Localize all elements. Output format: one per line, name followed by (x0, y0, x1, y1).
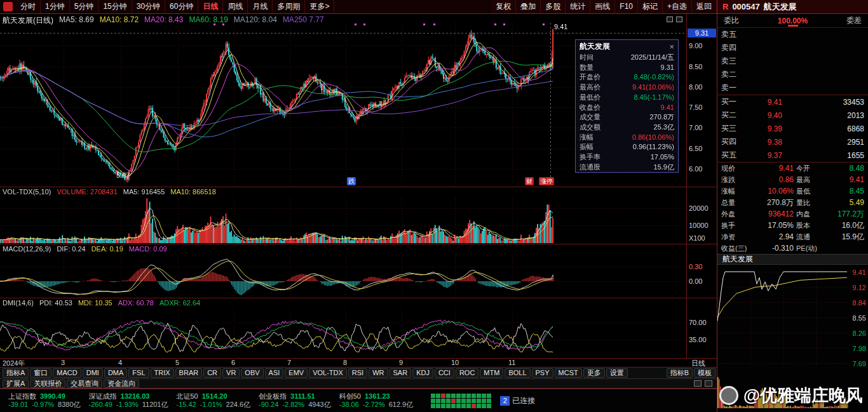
volume-axis: 2000010000X100 (686, 187, 717, 244)
index-block[interactable]: 科创501361.23-38.06-2.72%612.9亿 (339, 392, 414, 409)
bid-label: 买五 (721, 150, 743, 161)
index-change: -15.42 (177, 401, 196, 408)
popup-row-label: 振幅 (580, 142, 593, 152)
axis-macd-label: 0.30 (689, 263, 702, 270)
indicator-tab[interactable]: 指标B (667, 368, 693, 378)
date-label: 7 (287, 359, 291, 366)
function-tab[interactable]: 资金流向 (104, 380, 139, 388)
detail-label: 今开 (796, 164, 823, 173)
macd-panel[interactable]: MACD(12,26,9)DIF: 0.24DEA: 0.19MACD: 0.0… (0, 244, 717, 298)
indicator-tab[interactable]: OBV (241, 368, 263, 378)
bid-row[interactable]: 买四9.382951 (717, 135, 868, 149)
menu-item[interactable]: 15分钟 (98, 0, 132, 13)
indicator-tab[interactable]: EMV (285, 368, 308, 378)
indicator-tab[interactable]: VOL-TDX (309, 368, 347, 378)
doc-layout-icon[interactable] (705, 380, 712, 387)
bid-row[interactable]: 买五9.371655 (717, 149, 868, 162)
menu-item[interactable]: 5分钟 (70, 0, 99, 13)
ask-row[interactable]: 卖三 (717, 55, 868, 68)
indicator-tab[interactable]: FSL (128, 368, 149, 378)
menu-item[interactable]: 叠加 (516, 0, 541, 13)
ask-row[interactable]: 卖四 (717, 41, 868, 55)
menu-item[interactable]: 日线 (198, 0, 223, 13)
indicator-tab[interactable]: DMA (104, 368, 127, 378)
connection-count-badge[interactable]: 2 (500, 396, 510, 406)
menu-item[interactable]: 返回 (692, 0, 717, 13)
menu-item[interactable]: 复权 (491, 0, 516, 13)
event-marker[interactable]: 财 (525, 177, 534, 185)
screenshot-icon[interactable] (667, 17, 673, 22)
menu-item[interactable]: 月线 (248, 0, 273, 13)
ask-label: 卖四 (721, 43, 743, 53)
bid-row[interactable]: 买三9.396868 (717, 122, 868, 135)
indicator-tab[interactable]: 设置 (606, 368, 628, 378)
function-tab[interactable]: 关联报价 (30, 380, 65, 388)
indicator-tab[interactable]: SAR (390, 368, 412, 378)
app-logo-icon[interactable] (3, 2, 13, 11)
event-marker[interactable]: 涨停 (539, 177, 554, 185)
ask-label: 卖三 (721, 56, 743, 67)
indicator-tab[interactable]: ROC (456, 368, 478, 378)
menu-item[interactable]: 60分钟 (165, 0, 198, 13)
menu-item[interactable]: 更多> (305, 0, 334, 13)
main-chart-panel[interactable]: 航天发展(日线) MA5: 8.69MA10: 8.72MA20: 8.43MA… (0, 14, 717, 187)
menu-item[interactable]: 标记 (638, 0, 663, 13)
layout-grid-icon[interactable] (694, 380, 702, 387)
ask-row[interactable]: 卖五 (717, 28, 868, 41)
event-marker[interactable]: 跌 (347, 177, 356, 185)
indicator-tab[interactable]: PSY (532, 368, 553, 378)
menu-item[interactable]: 画线 (590, 0, 615, 13)
indicator-tab[interactable]: BOLL (505, 368, 530, 378)
indicator-tab[interactable]: KDJ (412, 368, 433, 378)
menu-item[interactable]: F10 (615, 0, 638, 13)
menu-item[interactable]: 统计 (566, 0, 590, 13)
menu-item[interactable]: 多股 (541, 0, 566, 13)
indicator-tab[interactable]: CCI (435, 368, 454, 378)
index-block[interactable]: 深证成指13216.03-260.49-1.93%11201亿 (89, 392, 168, 409)
heat-cell (446, 399, 451, 403)
indicator-tab[interactable]: 更多 (583, 368, 605, 378)
indicator-tab[interactable]: DMI (83, 368, 103, 378)
bid-label: 买二 (721, 110, 743, 121)
indicator-tab[interactable]: BRAR (175, 368, 203, 378)
indicator-tab[interactable]: VR (222, 368, 240, 378)
ask-row[interactable]: 卖一 (717, 81, 868, 95)
index-block[interactable]: 创业板指3111.51-90.24-2.82%4943亿 (259, 392, 331, 409)
function-tab[interactable]: 交易查询 (67, 380, 102, 388)
volume-canvas[interactable] (0, 187, 686, 244)
indicator-tab[interactable]: 窗口 (30, 368, 51, 378)
menu-item[interactable]: 周线 (223, 0, 248, 13)
bid-row[interactable]: 买二9.402013 (717, 109, 868, 122)
indicator-label: MA10: 8.72 (100, 15, 139, 26)
menu-item[interactable]: 1分钟 (41, 0, 70, 13)
index-block[interactable]: 北证501514.20-15.42-1.01%224.6亿 (177, 392, 251, 409)
popup-row-label: 流通股 (580, 163, 600, 173)
menu-item[interactable]: 多周期 (273, 0, 305, 13)
indicator-tab[interactable]: MTM (480, 368, 503, 378)
mini-chart-tab[interactable]: 航天发展 (717, 254, 868, 265)
volume-panel[interactable]: VOL-TDX(5,10)VOLUME: 2708431MA5: 916455M… (0, 187, 717, 244)
settings-icon[interactable] (676, 17, 682, 22)
ask-row[interactable]: 卖二 (717, 68, 868, 81)
menu-item[interactable]: 分时 (16, 0, 41, 13)
menu-item[interactable]: +自选 (663, 0, 692, 13)
indicator-tab[interactable]: MCST (555, 368, 582, 378)
indicator-tab[interactable]: TRIX (151, 368, 174, 378)
heat-cell (441, 404, 445, 408)
popup-row: 开盘价8.48(-0.82%) (576, 72, 678, 83)
indicator-tab[interactable]: ASI (265, 368, 284, 378)
function-tab[interactable]: 扩展A (3, 380, 29, 388)
indicator-tab[interactable]: RSI (348, 368, 367, 378)
indicator-tab[interactable]: 模板 (694, 368, 715, 378)
bid-row[interactable]: 买一9.4133453 (717, 95, 868, 109)
dmi-canvas[interactable] (0, 298, 686, 359)
bid-label: 买一 (721, 96, 743, 107)
dmi-panel[interactable]: DMI(14,6)PDI: 40.53MDI: 10.35ADX: 60.78A… (0, 298, 717, 359)
menu-item[interactable]: 30分钟 (132, 0, 165, 13)
indicator-tab[interactable]: CR (203, 368, 221, 378)
close-icon[interactable]: × (669, 42, 674, 51)
indicator-tab[interactable]: WR (369, 368, 388, 378)
indicator-tab[interactable]: MACD (53, 368, 81, 378)
indicator-tab[interactable]: 指标A (3, 368, 29, 378)
index-block[interactable]: 上证指数3990.49-39.01-0.97%8380亿 (8, 392, 81, 409)
